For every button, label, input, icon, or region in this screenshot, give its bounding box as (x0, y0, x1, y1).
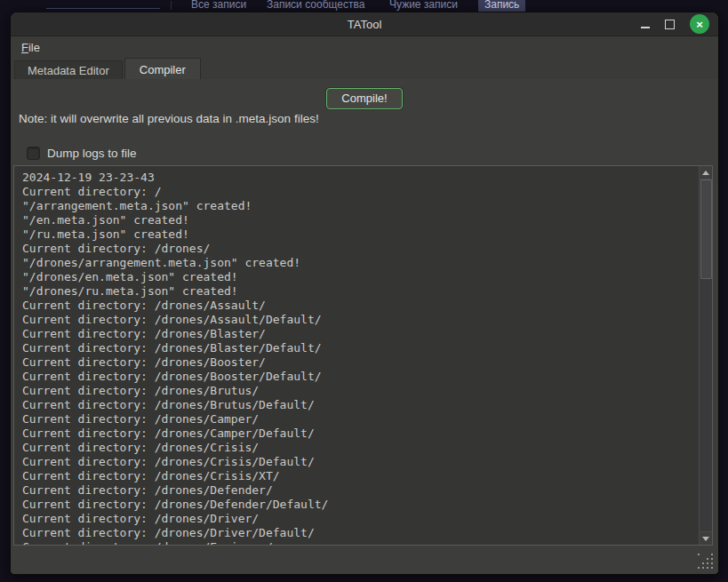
compiler-panel: Compile! Note: it will overwrite all pre… (11, 79, 718, 574)
background-tab-strip: Все записи Записи сообщества Чужие запис… (0, 0, 728, 12)
dump-logs-label: Dump logs to file (47, 147, 137, 160)
scrollbar-thumb[interactable] (700, 179, 712, 279)
menu-file[interactable]: File (21, 41, 40, 54)
scrollbar-up-button[interactable] (700, 166, 712, 179)
compile-button[interactable]: Compile! (326, 88, 402, 109)
background-tab-record[interactable]: Запись (478, 0, 525, 12)
tab-metadata-editor[interactable]: Metadata Editor (14, 60, 123, 79)
background-tab-others-records[interactable]: Чужие записи (389, 0, 458, 11)
titlebar[interactable]: TATool × (11, 12, 718, 36)
overwrite-note: Note: it will overwrite all previous dat… (19, 112, 319, 125)
arrow-down-icon (702, 537, 709, 541)
grip-dots (698, 554, 700, 555)
maximize-icon[interactable] (665, 20, 675, 29)
log-text[interactable]: 2024-12-19 23-23-43 Current directory: /… (14, 166, 712, 546)
tab-bar: Metadata Editor Compiler (11, 58, 718, 79)
background-divider (171, 1, 172, 10)
scrollbar-down-button[interactable] (700, 531, 712, 545)
tab-compiler[interactable]: Compiler (124, 58, 201, 79)
tatool-window: TATool × File Metadata Editor Compiler C… (10, 12, 719, 575)
window-controls: × (641, 12, 709, 36)
log-scrollbar[interactable] (699, 166, 712, 545)
minimize-icon[interactable] (641, 27, 650, 28)
background-tab-all-records[interactable]: Все записи (191, 0, 246, 11)
log-output: 2024-12-19 23-23-43 Current directory: /… (13, 165, 713, 546)
background-input-underline (46, 8, 160, 9)
close-icon[interactable]: × (690, 14, 709, 34)
resize-grip-icon[interactable] (698, 554, 714, 570)
window-title: TATool (348, 18, 382, 31)
background-tab-community-records[interactable]: Записи сообщества (267, 0, 364, 11)
compile-button-row: Compile! (11, 88, 718, 109)
menubar: File (11, 36, 718, 58)
dump-logs-checkbox[interactable] (27, 147, 40, 160)
dump-logs-row: Dump logs to file (27, 147, 137, 160)
arrow-up-icon (702, 171, 709, 175)
